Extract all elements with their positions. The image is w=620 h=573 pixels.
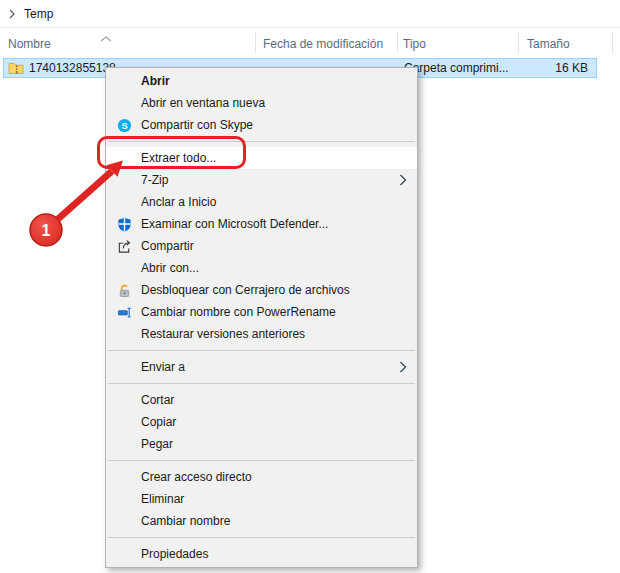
column-resize-handle[interactable] xyxy=(255,32,256,53)
menu-item-cortar[interactable]: Cortar xyxy=(106,389,417,411)
chevron-right-icon[interactable] xyxy=(9,9,15,19)
menu-item-compartir-con-skype[interactable]: S Compartir con Skype xyxy=(106,114,417,136)
file-type: Carpeta comprimi... xyxy=(404,61,509,75)
annotation-step-number: 1 xyxy=(42,222,51,239)
icon-spacer xyxy=(116,359,132,375)
menu-item-crear-acceso-directo[interactable]: Crear acceso directo xyxy=(106,466,417,488)
menu-item-abrir-en-ventana-nueva[interactable]: Abrir en ventana nueva xyxy=(106,92,417,114)
menu-separator xyxy=(108,537,415,538)
icon-spacer xyxy=(116,95,132,111)
icon-spacer xyxy=(116,469,132,485)
menu-item-anclar-a-inicio[interactable]: Anclar a Inicio xyxy=(106,191,417,213)
menu-item-examinar-con-microsoft-defender[interactable]: Examinar con Microsoft Defender... xyxy=(106,213,417,235)
icon-spacer xyxy=(116,172,132,188)
menu-item-cambiar-nombre-con-powerrename[interactable]: Cambiar nombre con PowerRename xyxy=(106,301,417,323)
menu-item-desbloquear-con-cerrajero[interactable]: Desbloquear con Cerrajero de archivos xyxy=(106,279,417,301)
rename-icon xyxy=(116,304,132,320)
menu-item-copiar[interactable]: Copiar xyxy=(106,411,417,433)
breadcrumb: Temp xyxy=(0,0,620,28)
menu-item-cambiar-nombre[interactable]: Cambiar nombre xyxy=(106,510,417,532)
column-header-type[interactable]: Tipo xyxy=(403,37,426,51)
icon-spacer xyxy=(116,150,132,166)
menu-item-pegar[interactable]: Pegar xyxy=(106,433,417,455)
column-header-name[interactable]: Nombre xyxy=(8,37,51,51)
menu-item-7zip[interactable]: 7-Zip xyxy=(106,169,417,191)
zip-folder-icon xyxy=(8,60,24,76)
chevron-right-icon xyxy=(399,174,408,187)
annotation-step-circle xyxy=(30,214,62,246)
column-header-date[interactable]: Fecha de modificación xyxy=(263,37,383,51)
share-icon xyxy=(116,238,132,254)
breadcrumb-item-temp[interactable]: Temp xyxy=(24,7,53,21)
skype-icon: S xyxy=(116,117,132,133)
menu-item-abrir-con[interactable]: Abrir con... xyxy=(106,257,417,279)
icon-spacer xyxy=(116,260,132,276)
icon-spacer xyxy=(116,546,132,562)
menu-item-extraer-todo[interactable]: Extraer todo... xyxy=(106,147,417,169)
column-resize-handle[interactable] xyxy=(612,32,613,53)
menu-item-compartir[interactable]: Compartir xyxy=(106,235,417,257)
context-menu: Abrir Abrir en ventana nueva S Compartir… xyxy=(105,67,418,568)
menu-separator xyxy=(108,141,415,142)
menu-separator xyxy=(108,383,415,384)
menu-item-eliminar[interactable]: Eliminar xyxy=(106,488,417,510)
column-resize-handle[interactable] xyxy=(397,32,398,53)
menu-item-abrir[interactable]: Abrir xyxy=(106,70,417,92)
icon-spacer xyxy=(116,513,132,529)
column-resize-handle[interactable] xyxy=(518,32,519,53)
column-header-size[interactable]: Tamaño xyxy=(527,37,570,51)
open-lock-icon xyxy=(116,282,132,298)
icon-spacer xyxy=(116,436,132,452)
menu-separator xyxy=(108,350,415,351)
file-size: 16 KB xyxy=(518,61,588,75)
menu-item-propiedades[interactable]: Propiedades xyxy=(106,543,417,565)
column-headers: Nombre Fecha de modificación Tipo Tamaño xyxy=(0,29,620,56)
chevron-up-icon xyxy=(100,31,112,45)
annotation-arrow-shaft xyxy=(58,171,112,219)
chevron-right-icon xyxy=(399,361,408,374)
svg-text:S: S xyxy=(121,120,127,130)
menu-item-restaurar-versiones-anteriores[interactable]: Restaurar versiones anteriores xyxy=(106,323,417,345)
icon-spacer xyxy=(116,414,132,430)
icon-spacer xyxy=(116,491,132,507)
defender-shield-icon xyxy=(116,216,132,232)
icon-spacer xyxy=(116,194,132,210)
icon-spacer xyxy=(116,326,132,342)
icon-spacer xyxy=(116,392,132,408)
icon-spacer xyxy=(116,73,132,89)
menu-separator xyxy=(108,460,415,461)
menu-item-enviar-a[interactable]: Enviar a xyxy=(106,356,417,378)
